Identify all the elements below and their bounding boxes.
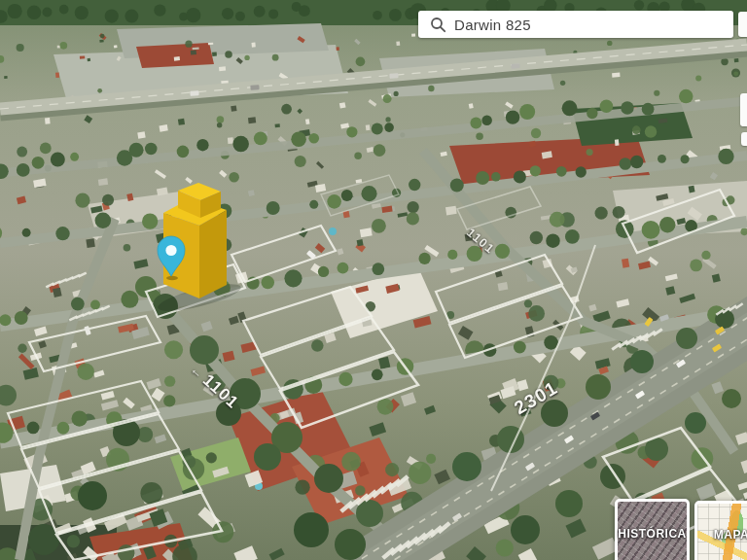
layer-thumbnail-historica-label: HISTÓRICA <box>618 527 687 541</box>
layer-thumbnail-mapa[interactable]: MAPA <box>694 501 747 560</box>
search-bar[interactable] <box>418 11 733 38</box>
search-icon <box>430 17 446 33</box>
search-input[interactable] <box>454 17 733 33</box>
layer-thumbnail-historica[interactable]: HISTÓRICA <box>615 499 690 560</box>
layer-thumbnail-mapa-label: MAPA <box>714 528 747 542</box>
aerial-imagery <box>0 0 747 560</box>
edge-control-mid[interactable] <box>740 93 747 126</box>
edge-control-top[interactable] <box>738 12 747 37</box>
edge-control-low[interactable] <box>741 132 747 146</box>
map-canvas[interactable]: ←1101 2301 1101 HISTÓRICA MAPA <box>0 0 747 560</box>
